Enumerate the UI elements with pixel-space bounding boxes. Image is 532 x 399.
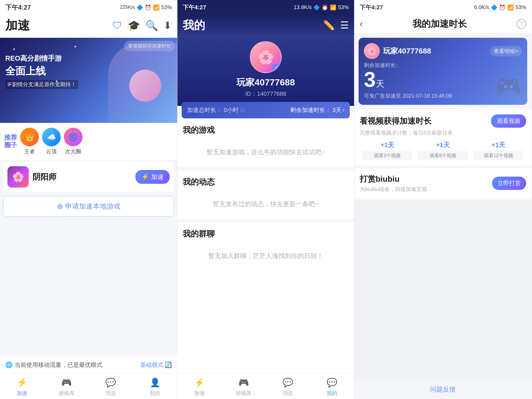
circle-avatar-cloud: ☁️ [42,128,61,146]
panel1-title: 加速 [5,17,30,34]
signal-icon: 📶 [153,4,160,11]
total-value: 0小时 [224,106,239,114]
nav2-item-msg[interactable]: 💬 消息 [266,377,310,397]
boost-button[interactable]: ⚡ 加速 [135,170,170,184]
accel-bar[interactable]: 加速总时长： 0小时 ⓘ 剩余加速时长： 3天 › [182,102,350,118]
nav2-games-label: 游戏库 [236,390,252,397]
nav-item-boost[interactable]: ⚡ 加速 [0,377,44,397]
menu-icon[interactable]: ☰ [340,20,349,31]
status-bar-2: 下午4:27 13.8K/s 🔷 ⏰ 📶 53% [177,0,354,15]
feedback-link[interactable]: 问题反馈 [354,380,531,399]
circle-king[interactable]: 👑 王者 [20,128,39,155]
panel-accelerate: 下午4:27 225K/s 🔷 ⏰ 📶 53% 加速 🛡 🎓 🔍 ⬇ 看视频获得… [0,0,177,399]
panel2-header: 我的 ✏️ ☰ [177,15,354,36]
nav2-item-mine[interactable]: 💬 我的 [310,377,354,397]
panel1-header: 加速 🛡 🎓 🔍 ⬇ [0,15,177,38]
my-dynamics-title: 我的动态 [183,177,349,188]
reward-item-1: +1天 观看6个视频 [415,141,471,160]
bottom-status-right[interactable]: 基础模式 🔄 [140,361,172,369]
download-icon[interactable]: ⬇ [163,20,172,31]
tip-button[interactable]: 立即打赏 [492,177,526,190]
nav2-item-games[interactable]: 🎮 游戏库 [222,377,266,397]
watch-video-button[interactable]: 观看视频 [491,114,526,128]
video-title: 看视频获得加速时长 [360,116,431,127]
shield-icon[interactable]: 🛡 [112,20,122,31]
help-button[interactable]: ? [517,19,526,29]
nav-games-label: 游戏库 [59,390,74,397]
gamepad-deco-icon: 🎮 [495,74,522,99]
status-icons-3: 6.0K/s 🔷 ⏰ 📶 53% [474,4,526,11]
profile-avatar[interactable]: 🌸 ♂ [250,41,282,73]
reward-plus-0: +1天 [381,141,394,149]
circles-section: 推荐圈子 👑 王者 ☁️ 云顶 🌀 次元圈 [0,123,177,160]
mode-label: 基础模式 [140,361,164,369]
my-dynamics-empty: 暂无发布过的动态，快去更新一条吧~ [183,192,349,216]
chevron-right-icon: › [343,107,344,114]
circle-avatar-meta: 🌀 [64,128,82,146]
my-groups-section: 我的群聊 暂无加入群聊，茫茫人海找到你的归宿！ [177,222,354,271]
alarm-icon-2: ⏰ [322,4,328,11]
back-button[interactable]: ‹ [360,18,363,30]
profile-section: 🌸 ♂ 玩家40777688 ID：140777688 [177,36,354,106]
nav-mine-icon: 👤 [149,377,161,388]
banner-line2: 全面上线 [5,64,78,78]
tip-section: 打赏biubiu 为biubiu续命，回馈加速宝箱 立即打赏 [354,168,531,198]
nav-item-games[interactable]: 🎮 游戏库 [44,377,89,397]
accel-card-detail-btn[interactable]: 查看明细> [490,46,522,56]
status-icons-1: 225K/s 🔷 ⏰ 📶 53% [120,4,172,11]
panel1-header-icons: 🛡 🎓 🔍 ⬇ [112,20,172,31]
bottom-nav-1: ⚡ 加速 🎮 游戏库 💬 消息 👤 我的 [0,373,177,399]
edit-icon[interactable]: ✏️ [323,20,335,31]
reward-plus-1: +1天 [436,141,450,149]
bt-icon-2: 🔷 [313,4,320,11]
banner-text: REO高分剧情手游 全面上线 IF剧情分支满足原作党期待！ [5,54,78,89]
globe-icon: 🌐 [5,361,13,368]
nav-item-mine[interactable]: 👤 我的 [133,377,177,397]
apply-local[interactable]: ⊕ 申请加速本地游戏 [3,196,174,217]
banner-line1: REO高分剧情手游 [5,54,78,63]
nav2-msg-label: 消息 [282,390,293,397]
panel-accel-duration: 下午4:27 6.0K/s 🔷 ⏰ 📶 53% ‹ 我的加速时长 ? 🌸 玩家4… [354,0,531,399]
accel-days: 3 [364,68,376,91]
banner[interactable]: 看视频获得加速时长 REO高分剧情手游 全面上线 IF剧情分支满足原作党期待！ [0,38,177,123]
alarm-icon-3: ⏰ [499,4,506,11]
time-2: 下午4:27 [183,3,206,11]
reward-item-2: +1天 观看12个视频 [471,141,526,160]
accel-card-avatar: 🌸 [364,43,380,59]
bluetooth-icon: 🔷 [136,4,143,11]
video-rewards: +1天 观看2个视频 +1天 观看6个视频 +1天 观看12个视频 [360,141,526,160]
info-icon: ⓘ [240,107,245,113]
circles-label: 推荐圈子 [4,134,17,149]
panel3-header: ‹ 我的加速时长 ? [354,15,531,34]
circle-name-cloud: 云顶 [46,148,57,155]
accel-card-top: 🌸 玩家40777688 查看明细> [364,43,522,59]
circle-meta[interactable]: 🌀 次元圈 [64,128,82,155]
bell-icon[interactable]: 🎓 [128,20,140,31]
bottom-nav-2: ⚡ 加速 🎮 游戏库 💬 消息 💬 我的 [177,373,354,399]
accel-bar-total: 加速总时长： 0小时 ⓘ [187,106,245,114]
game-item-onmyoji: 🌸 阴阳师 ⚡ 加速 [3,162,174,192]
divider-2 [177,219,354,222]
speed-3: 6.0K/s [474,4,489,11]
apply-local-text: 申请加速本地游戏 [65,202,120,211]
alarm-icon: ⏰ [145,4,151,11]
status-bar-1: 下午4:27 225K/s 🔷 ⏰ 📶 53% [0,0,177,15]
circle-cloud[interactable]: ☁️ 云顶 [42,128,61,155]
remaining-value: 3天 [332,106,341,114]
search-icon[interactable]: 🔍 [146,20,158,31]
nav-boost-icon: ⚡ [16,377,28,388]
content-area-3 [354,201,531,380]
video-section-header: 看视频获得加速时长 观看视频 [360,114,526,128]
profile-id: ID：140777688 [245,90,286,98]
accel-remaining-label: 剩余加速时长: [364,62,522,69]
nav-item-msg[interactable]: 💬 消息 [89,377,133,397]
reward-plus-2: +1天 [492,141,505,149]
my-games-empty: 暂无加速游戏，这么牛的功能快去试试吧~ [183,140,349,164]
battery-1: 53% [161,4,172,10]
nav2-item-boost[interactable]: ⚡ 加速 [177,377,222,397]
nav-msg-icon: 💬 [105,377,117,388]
panel2-header-icons: ✏️ ☰ [323,20,349,31]
divider-1 [177,167,354,170]
total-label: 加速总时长： [187,106,222,114]
nav-mine-label: 我的 [150,390,160,397]
